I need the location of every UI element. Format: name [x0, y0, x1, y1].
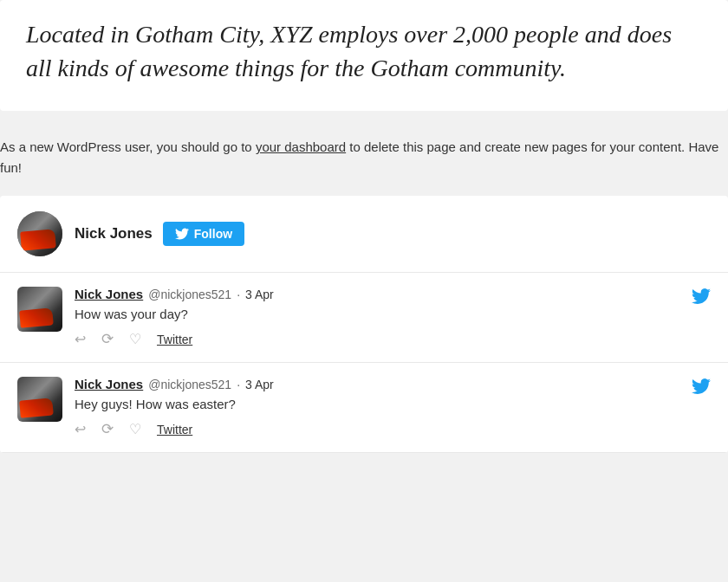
tweet-avatar	[17, 287, 62, 332]
tweet-handle: @nickjones521	[148, 378, 231, 391]
tweet-avatar-image	[17, 377, 62, 422]
wp-notice: As a new WordPress user, you should go t…	[0, 128, 728, 196]
reply-icon[interactable]	[75, 331, 86, 347]
avatar	[17, 211, 62, 256]
heart-icon[interactable]	[129, 331, 141, 347]
tweet-link[interactable]: Twitter	[157, 423, 192, 436]
tweet-link[interactable]: Twitter	[157, 333, 192, 346]
tweet-date: 3 Apr	[245, 378, 274, 391]
follow-button[interactable]: Follow	[163, 222, 244, 246]
quote-card: Located in Gotham City, XYZ employs over…	[0, 0, 728, 111]
tweet-dot: ·	[237, 378, 240, 391]
tweet-avatar-image	[17, 287, 62, 332]
tweet-username[interactable]: Nick Jones	[75, 377, 143, 391]
tweet-row: Nick Jones @nickjones521 · 3 Apr How was…	[0, 273, 728, 363]
twitter-bird-icon	[175, 227, 189, 241]
tweet-date: 3 Apr	[245, 288, 274, 301]
quote-text: Located in Gotham City, XYZ employs over…	[26, 17, 702, 85]
tweet-meta: Nick Jones @nickjones521 · 3 Apr	[75, 287, 711, 301]
tweet-content: Nick Jones @nickjones521 · 3 Apr Hey guy…	[75, 377, 711, 438]
tweet-content: Nick Jones @nickjones521 · 3 Apr How was…	[75, 287, 711, 348]
twitter-profile-header: Nick Jones Follow	[0, 196, 728, 273]
tweet-avatar	[17, 377, 62, 422]
retweet-icon[interactable]	[101, 420, 114, 438]
tweet-text: Hey guys! How was easter?	[75, 395, 711, 413]
tweet-actions: Twitter	[75, 420, 711, 438]
tweet-dot: ·	[237, 288, 240, 301]
heart-icon[interactable]	[129, 421, 141, 437]
tweet-handle: @nickjones521	[148, 288, 231, 301]
reply-icon[interactable]	[75, 421, 86, 437]
tweet-meta: Nick Jones @nickjones521 · 3 Apr	[75, 377, 711, 391]
tweet-bird-logo	[692, 287, 711, 311]
profile-name: Nick Jones	[75, 225, 153, 242]
avatar-image	[17, 211, 62, 256]
follow-label: Follow	[194, 227, 232, 241]
tweet-bird-logo	[692, 377, 711, 401]
tweet-actions: Twitter	[75, 330, 711, 348]
wp-notice-text-before: As a new WordPress user, you should go t…	[0, 139, 256, 154]
tweet-row: Nick Jones @nickjones521 · 3 Apr Hey guy…	[0, 363, 728, 453]
tweet-username[interactable]: Nick Jones	[75, 287, 143, 301]
retweet-icon[interactable]	[101, 330, 114, 348]
tweet-text: How was your day?	[75, 305, 711, 323]
twitter-widget: Nick Jones Follow Nick Jones @nickjones5…	[0, 196, 728, 453]
dashboard-link[interactable]: your dashboard	[256, 139, 346, 154]
